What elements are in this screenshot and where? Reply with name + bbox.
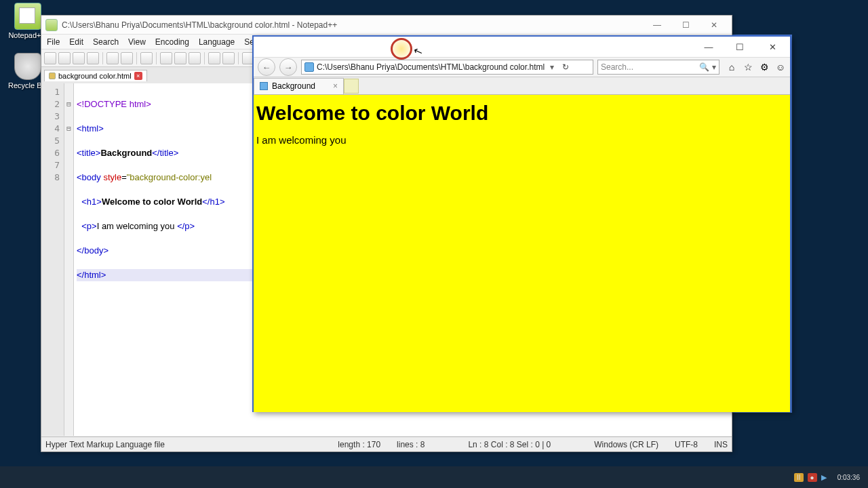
menu-search[interactable]: Search — [93, 37, 119, 47]
fold-column[interactable]: ⊟⊟ — [64, 83, 74, 436]
npp-titlebar[interactable]: C:\Users\Bhanu Priya\Documents\HTML\back… — [41, 16, 732, 35]
search-icon[interactable]: 🔍 — [699, 62, 709, 72]
search-dropdown-icon[interactable]: ▾ — [709, 62, 716, 72]
menu-view[interactable]: View — [128, 37, 146, 47]
address-text: C:\Users\Bhanu Priya\Documents\HTML\back… — [317, 62, 545, 72]
npp-statusbar: Hyper Text Markup Language file length :… — [41, 436, 732, 451]
tray-play-icon[interactable]: ▶ — [821, 473, 827, 482]
ie-tab-label: Background — [272, 81, 315, 91]
status-position: Ln : 8 Col : 8 Sel : 0 | 0 — [468, 440, 551, 449]
search-box[interactable]: Search... 🔍 ▾ — [597, 60, 719, 75]
tray-pause-icon[interactable]: II — [794, 473, 804, 482]
ie-tab[interactable]: Background × — [254, 78, 344, 94]
menu-encoding[interactable]: Encoding — [155, 37, 189, 47]
close-button[interactable]: ✕ — [701, 18, 728, 32]
favicon — [260, 82, 268, 90]
tool-paste[interactable] — [189, 52, 201, 64]
status-filetype: Hyper Text Markup Language file — [45, 440, 165, 449]
search-placeholder: Search... — [601, 62, 633, 72]
tool-close[interactable] — [106, 52, 119, 64]
tab-close-icon[interactable]: × — [333, 81, 338, 91]
ie-tabstrip: Background × — [254, 77, 790, 95]
tool-new[interactable] — [44, 52, 56, 64]
tab-close-icon[interactable]: × — [134, 72, 142, 80]
recyclebin-icon — [14, 53, 41, 80]
minimize-button[interactable]: — — [644, 18, 671, 32]
tool-cut[interactable] — [160, 52, 172, 64]
npp-tab-label: background color.html — [58, 72, 132, 80]
ie-window: — ☐ ✕ ← → C:\Users\Bhanu Priya\Documents… — [252, 35, 791, 412]
tool-print[interactable] — [140, 52, 153, 64]
close-button[interactable]: ✕ — [757, 40, 787, 54]
status-encoding: UTF-8 — [675, 440, 698, 449]
ie-navbar: ← → C:\Users\Bhanu Priya\Documents\HTML\… — [254, 57, 790, 77]
status-length: length : 170 — [338, 440, 380, 449]
home-icon[interactable]: ⌂ — [726, 62, 737, 73]
file-icon — [49, 73, 56, 79]
minimize-button[interactable]: — — [695, 40, 722, 54]
maximize-button[interactable]: ☐ — [726, 40, 753, 54]
menu-language[interactable]: Language — [199, 37, 235, 47]
status-insert: INS — [714, 440, 728, 449]
tool-undo[interactable] — [208, 52, 220, 64]
tool-save[interactable] — [73, 52, 85, 64]
address-dropdown-icon[interactable]: ▾ — [547, 62, 557, 72]
back-button[interactable]: ← — [258, 58, 275, 76]
npp-title-text: C:\Users\Bhanu Priya\Documents\HTML\back… — [62, 20, 337, 30]
tool-open[interactable] — [58, 52, 71, 64]
favorites-icon[interactable]: ☆ — [743, 62, 753, 73]
tray-record-icon[interactable]: ● — [808, 473, 817, 482]
tool-closeall[interactable] — [121, 52, 133, 64]
notepadpp-icon — [45, 19, 58, 31]
maximize-button[interactable]: ☐ — [672, 18, 699, 32]
system-tray[interactable]: II ● ▶ — [794, 473, 827, 482]
smiley-icon[interactable]: ☺ — [775, 62, 786, 73]
tool-saveall[interactable] — [87, 52, 99, 64]
page-heading: Welcome to color World — [256, 102, 787, 125]
forward-button[interactable]: → — [279, 58, 297, 76]
tool-redo[interactable] — [222, 52, 235, 64]
new-tab-button[interactable] — [344, 79, 359, 94]
line-number-gutter: 12345678 — [41, 83, 64, 436]
menu-file[interactable]: File — [47, 37, 60, 47]
notepadpp-icon — [14, 3, 41, 30]
refresh-icon[interactable]: ↻ — [559, 62, 572, 72]
page-icon — [304, 62, 314, 72]
ie-titlebar[interactable]: — ☐ ✕ — [254, 37, 790, 57]
status-eol: Windows (CR LF) — [594, 440, 658, 449]
address-bar[interactable]: C:\Users\Bhanu Priya\Documents\HTML\back… — [301, 60, 593, 75]
rendered-page: Welcome to color World I am welcoming yo… — [254, 95, 790, 412]
tool-copy[interactable] — [174, 52, 186, 64]
tools-icon[interactable]: ⚙ — [759, 62, 770, 73]
menu-edit[interactable]: Edit — [69, 37, 83, 47]
npp-document-tab[interactable]: background color.html × — [44, 70, 147, 81]
taskbar[interactable]: II ● ▶ 0:03:36 — [0, 466, 868, 488]
taskbar-clock[interactable]: 0:03:36 — [833, 474, 864, 481]
status-lines: lines : 8 — [397, 440, 425, 449]
page-paragraph: I am welcoming you — [256, 134, 787, 146]
